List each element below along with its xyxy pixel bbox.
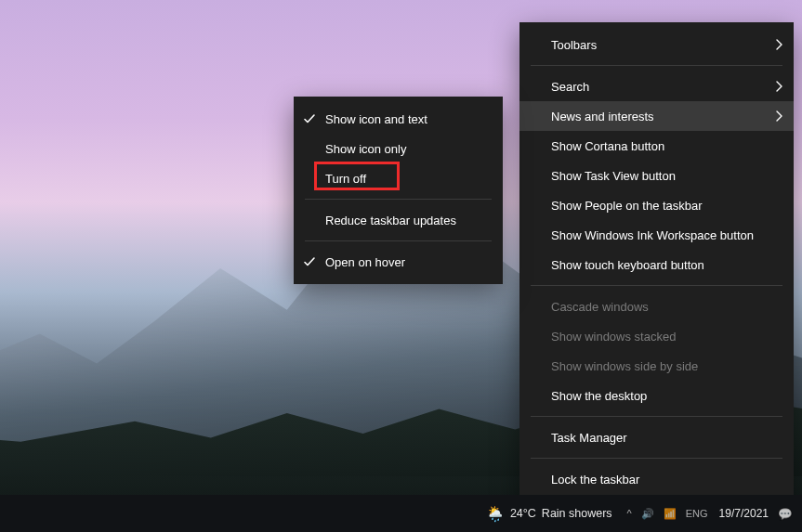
tray-lang-indicator[interactable]: ENG	[684, 508, 710, 519]
menu-item-label: Show Windows Ink Workspace button	[551, 228, 754, 242]
main-menu-item-show-windows-side-by-side: Show windows side by side	[519, 351, 794, 381]
news-interests-submenu: Show icon and textShow icon onlyTurn off…	[294, 97, 503, 284]
chevron-right-icon	[775, 39, 782, 50]
main-menu-item-show-task-view-button[interactable]: Show Task View button	[519, 161, 794, 190]
main-menu-item-lock-the-taskbar[interactable]: Lock the taskbar	[519, 464, 794, 494]
main-menu-item-show-windows-ink-workspace-button[interactable]: Show Windows Ink Workspace button	[519, 220, 794, 250]
sub-menu-item-open-on-hover[interactable]: Open on hover	[294, 247, 503, 277]
menu-item-label: Show touch keyboard button	[551, 258, 704, 272]
menu-separator	[531, 285, 782, 286]
taskbar-date[interactable]: 19/7/2021	[719, 507, 769, 520]
main-menu-item-toolbars[interactable]: Toolbars	[519, 30, 794, 59]
menu-item-label: Show windows side by side	[551, 359, 698, 373]
menu-item-label: Search	[551, 80, 589, 94]
main-menu-item-show-cortana-button[interactable]: Show Cortana button	[519, 131, 794, 161]
taskbar[interactable]: 🌦️ 24°C Rain showers ^ 🔊 📶 ENG 19/7/2021…	[0, 495, 802, 532]
menu-item-label: Show windows stacked	[551, 330, 676, 344]
menu-separator	[531, 65, 782, 66]
check-icon	[303, 255, 316, 268]
menu-item-label: Cascade windows	[551, 300, 649, 314]
menu-separator	[531, 458, 782, 459]
sub-menu-item-show-icon-and-text[interactable]: Show icon and text	[294, 104, 503, 134]
menu-item-label: Show Task View button	[551, 169, 676, 183]
sub-menu-item-reduce-taskbar-updates[interactable]: Reduce taskbar updates	[294, 205, 503, 235]
menu-item-label: Show icon and text	[325, 112, 427, 126]
main-menu-item-show-windows-stacked: Show windows stacked	[519, 321, 794, 351]
main-menu-item-task-manager[interactable]: Task Manager	[519, 422, 794, 452]
tray-network-icon[interactable]: 📶	[662, 508, 678, 520]
weather-desc: Rain showers	[542, 507, 612, 520]
menu-separator	[531, 416, 782, 417]
chevron-right-icon	[775, 81, 782, 92]
menu-separator	[305, 240, 492, 241]
taskbar-tray[interactable]: ^ 🔊 📶 ENG	[625, 508, 710, 520]
menu-item-label: Show the desktop	[551, 389, 647, 403]
chevron-right-icon	[775, 110, 782, 122]
main-menu-item-news-and-interests[interactable]: News and interests	[519, 101, 794, 131]
menu-item-label: Open on hover	[325, 255, 405, 269]
sub-menu-item-turn-off[interactable]: Turn off	[294, 163, 503, 193]
menu-item-label: Toolbars	[551, 38, 597, 52]
main-menu-item-show-the-desktop[interactable]: Show the desktop	[519, 381, 794, 410]
main-menu-item-cascade-windows: Cascade windows	[519, 292, 794, 321]
menu-item-label: Turn off	[325, 172, 366, 186]
taskbar-context-menu: ToolbarsSearchNews and interestsShow Cor…	[519, 22, 794, 531]
menu-item-label: Show Cortana button	[551, 139, 664, 153]
menu-item-label: News and interests	[551, 110, 654, 123]
weather-icon: 🌦️	[486, 505, 505, 523]
menu-item-label: Lock the taskbar	[551, 473, 639, 487]
menu-item-label: Task Manager	[551, 431, 627, 445]
weather-temp: 24°C	[510, 507, 536, 520]
taskbar-weather-widget[interactable]: 🌦️ 24°C Rain showers	[486, 505, 612, 523]
check-icon	[303, 112, 316, 125]
menu-item-label: Reduce taskbar updates	[325, 214, 456, 227]
taskbar-notification-icon[interactable]: 💬	[778, 507, 793, 521]
tray-volume-icon[interactable]: 🔊	[639, 508, 656, 520]
main-menu-item-show-touch-keyboard-button[interactable]: Show touch keyboard button	[519, 250, 794, 279]
menu-separator	[305, 199, 492, 200]
sub-menu-item-show-icon-only[interactable]: Show icon only	[294, 134, 503, 163]
main-menu-item-search[interactable]: Search	[519, 71, 794, 101]
menu-item-label: Show icon only	[325, 142, 406, 156]
menu-item-label: Show People on the taskbar	[551, 199, 703, 213]
tray-chevron-up-icon[interactable]: ^	[625, 508, 634, 519]
main-menu-item-show-people-on-the-taskbar[interactable]: Show People on the taskbar	[519, 190, 794, 220]
